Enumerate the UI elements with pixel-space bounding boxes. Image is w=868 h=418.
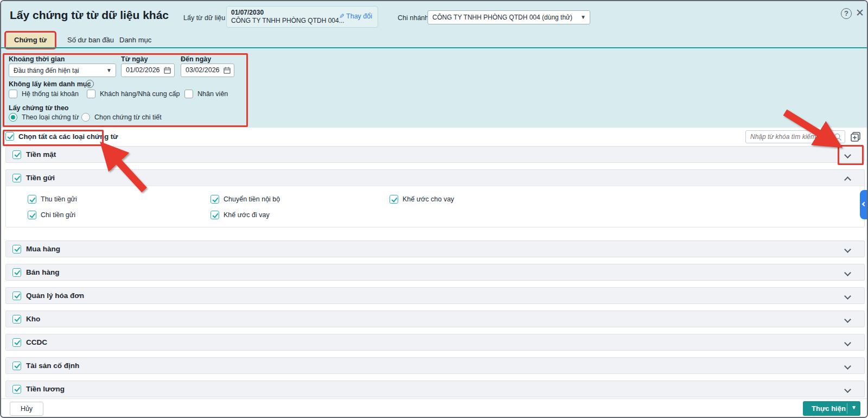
checkbox-icon[interactable] <box>12 385 21 394</box>
group-kho: Kho <box>5 311 865 327</box>
radio-icon <box>81 113 90 122</box>
radio-icon <box>9 113 17 122</box>
group-header[interactable]: Kho <box>6 311 864 327</box>
to-date-input[interactable]: 03/02/2026 <box>181 64 234 77</box>
group-header[interactable]: Quản lý hóa đơn <box>6 288 864 303</box>
chevron-down-icon[interactable] <box>844 293 851 300</box>
radio-chon-chung-tu-chi-tiet[interactable]: Chọn chứng từ chi tiết <box>81 113 162 122</box>
checkbox-icon[interactable] <box>12 150 21 159</box>
search-box <box>745 130 845 143</box>
calendar-icon <box>164 67 171 74</box>
source-label: Lấy từ dữ liệu <box>183 14 225 22</box>
group-panel: Thu tiền gửi Chuyển tiền nội bộ Khế ước … <box>6 186 864 227</box>
checkbox-nhan-vien[interactable]: Nhân viên <box>184 90 228 98</box>
dialog-lay-chung-tu: Lấy chứng từ từ dữ liệu khác Lấy từ dữ l… <box>0 0 868 418</box>
tab-chung-tu[interactable]: Chứng từ <box>7 33 54 47</box>
tab-so-du-ban-dau[interactable]: Số dư ban đầu <box>67 33 114 47</box>
group-header[interactable]: Tiền lương <box>6 381 864 397</box>
group-tai-san-co-dinh: Tài sản cố định <box>5 357 865 374</box>
chevron-down-icon: ▼ <box>106 64 112 77</box>
period-label: Khoảng thời gian <box>9 55 65 63</box>
checkbox-icon[interactable] <box>12 315 21 324</box>
checkbox-icon <box>210 211 219 219</box>
checkbox-chuyen-tien-noi-bo[interactable]: Chuyển tiền nội bộ <box>210 195 390 204</box>
chevron-down-icon[interactable] <box>844 386 851 393</box>
checkbox-icon <box>9 90 17 98</box>
group-tien-luong: Tiền lương <box>5 381 865 397</box>
close-icon[interactable]: ✕ <box>856 7 864 19</box>
checkbox-icon[interactable] <box>12 174 21 182</box>
group-header[interactable]: Tiền mặt <box>6 147 864 162</box>
chevron-down-icon[interactable]: ▼ <box>851 404 857 410</box>
checkbox-icon[interactable] <box>12 245 21 254</box>
radio-theo-loai-chung-tu[interactable]: Theo loại chứng từ <box>9 113 79 122</box>
tabs-underline <box>1 47 867 48</box>
pencil-icon: ✎ <box>339 12 344 20</box>
checkbox-icon[interactable] <box>12 338 21 347</box>
chevron-up-icon[interactable] <box>844 176 851 183</box>
checkbox-chi-tien-gui[interactable]: Chi tiền gửi <box>28 211 210 219</box>
chevron-left-icon <box>862 202 866 206</box>
cancel-button[interactable]: Hủy <box>10 402 43 416</box>
select-all-checkbox[interactable]: Chọn tất cả các loại chứng từ <box>5 132 118 141</box>
footer: Hủy Thực hiện ▼ <box>1 398 867 418</box>
checkbox-icon <box>5 132 14 141</box>
button-divider <box>847 403 847 414</box>
execute-button[interactable]: Thực hiện ▼ <box>803 401 860 416</box>
group-header[interactable]: Bán hàng <box>6 264 864 280</box>
to-date-label: Đến ngày <box>181 55 211 63</box>
checkbox-icon <box>28 195 36 204</box>
expand-all-icon[interactable] <box>850 131 862 143</box>
from-date-input[interactable]: 01/02/2026 <box>121 64 175 77</box>
checkbox-khe-uoc-cho-vay[interactable]: Khế ước cho vay <box>390 195 864 204</box>
group-header[interactable]: Tiền gửi <box>6 170 864 186</box>
chevron-down-icon[interactable] <box>844 339 851 346</box>
tab-danh-muc[interactable]: Danh mục <box>119 33 151 47</box>
chevron-down-icon[interactable] <box>844 246 851 253</box>
change-source-link[interactable]: ✎Thay đổi <box>339 12 372 20</box>
group-tien-mat: Tiền mặt <box>5 146 865 163</box>
group-header[interactable]: Tài sản cố định <box>6 358 864 373</box>
group-ban-hang: Bán hàng <box>5 264 865 281</box>
search-icon[interactable] <box>834 133 842 141</box>
checkbox-thu-tien-gui[interactable]: Thu tiền gửi <box>28 195 210 204</box>
help-icon[interactable]: ? <box>841 8 852 19</box>
group-header[interactable]: Mua hàng <box>6 241 864 257</box>
topbar: Lấy chứng từ từ dữ liệu khác Lấy từ dữ l… <box>1 1 867 128</box>
collapse-panel-handle[interactable] <box>860 190 868 219</box>
checkbox-icon <box>87 90 95 98</box>
branch-label: Chi nhánh <box>398 14 429 22</box>
exclude-categories-label: Không lấy kèm danh mục <box>9 80 91 88</box>
info-icon: i <box>86 80 94 88</box>
checkbox-icon <box>184 90 193 98</box>
chevron-down-icon[interactable] <box>844 269 851 276</box>
chevron-down-icon[interactable] <box>844 316 851 323</box>
calendar-icon <box>224 67 231 74</box>
chevron-down-icon[interactable] <box>844 151 851 159</box>
checkbox-icon[interactable] <box>12 292 21 300</box>
checkbox-icon <box>210 195 219 204</box>
branch-select[interactable]: CÔNG TY TNHH PHÒNG QTDH 004 (dùng thử) ▼ <box>427 10 590 24</box>
checkbox-icon <box>28 211 36 219</box>
from-date-label: Từ ngày <box>121 55 148 63</box>
period-select-value: Đầu tháng đến hiện tại <box>14 67 79 74</box>
checkbox-he-thong-tai-khoan[interactable]: Hệ thống tài khoản <box>9 90 79 98</box>
checkbox-icon[interactable] <box>12 362 21 370</box>
group-ccdc: CCDC <box>5 334 865 351</box>
chevron-down-icon: ▼ <box>580 11 586 24</box>
checkbox-icon[interactable] <box>12 268 21 277</box>
group-header[interactable]: CCDC <box>6 334 864 350</box>
group-mua-hang: Mua hàng <box>5 240 865 257</box>
group-quan-ly-hoa-don: Quản lý hóa đơn <box>5 287 865 304</box>
branch-select-value: CÔNG TY TNHH PHÒNG QTDH 004 (dùng thử) <box>432 14 572 21</box>
checkbox-khach-hang-ncc[interactable]: Khách hàng/Nhà cung cấp <box>87 90 180 98</box>
period-select[interactable]: Đầu tháng đến hiện tại ▼ <box>9 64 116 77</box>
page-title: Lấy chứng từ từ dữ liệu khác <box>10 9 169 22</box>
checkbox-khe-uoc-di-vay[interactable]: Khế ước đi vay <box>210 211 390 219</box>
data-source-box: 01/07/2030 CÔNG TY TNHH PHÒNG QTDH 004..… <box>226 6 378 28</box>
chevron-down-icon[interactable] <box>844 363 851 370</box>
get-by-label: Lấy chứng từ theo <box>9 104 68 112</box>
search-input[interactable] <box>746 131 845 143</box>
group-tien-gui: Tiền gửi Thu tiền gửi Chuyển tiền nội bộ… <box>5 169 865 227</box>
checkbox-icon <box>390 195 398 204</box>
